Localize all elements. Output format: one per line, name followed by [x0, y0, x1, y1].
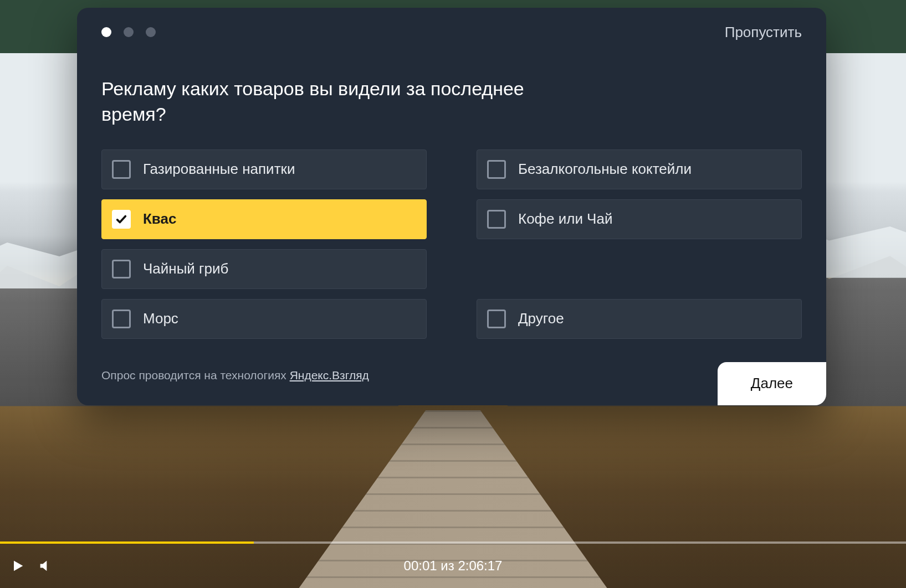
attribution-text: Опрос проводится на технологиях Яндекс.В…: [77, 369, 369, 399]
checkbox-box: [112, 210, 131, 229]
option-label: Квас: [143, 210, 176, 228]
checkbox-box: [487, 310, 506, 328]
checkbox-box: [487, 210, 506, 229]
attribution-prefix: Опрос проводится на технологиях: [101, 369, 290, 381]
option-label: Кофе или Чай: [518, 210, 612, 228]
step-dot[interactable]: [124, 27, 134, 37]
time-separator: из: [441, 558, 454, 573]
option-checkbox[interactable]: Газированные напитки: [101, 149, 427, 189]
checkbox-box: [112, 310, 131, 328]
time-total: 2:06:17: [458, 558, 502, 573]
option-label: Чайный гриб: [143, 260, 228, 277]
checkbox-box: [112, 260, 131, 278]
question-text: Рекламу каких товаров вы видели за после…: [101, 76, 556, 127]
time-display: 00:01 из 2:06:17: [0, 558, 906, 574]
option-label: Безалкогольные коктейли: [518, 161, 692, 178]
step-dots: [101, 27, 156, 37]
option-label: Газированные напитки: [143, 161, 295, 178]
next-button[interactable]: Далее: [718, 362, 826, 405]
option-checkbox[interactable]: Квас: [101, 199, 427, 239]
attribution-brand-link[interactable]: Яндекс.Взгляд: [290, 369, 369, 381]
option-checkbox[interactable]: Безалкогольные коктейли: [477, 149, 802, 189]
step-dot[interactable]: [146, 27, 156, 37]
volume-icon[interactable]: [38, 558, 53, 574]
option-checkbox[interactable]: Чайный гриб: [101, 249, 427, 289]
checkbox-box: [112, 160, 131, 179]
time-current: 00:01: [404, 558, 437, 573]
option-label: Морс: [143, 310, 178, 327]
option-label: Другое: [518, 310, 564, 327]
option-checkbox[interactable]: Кофе или Чай: [477, 199, 802, 239]
skip-button[interactable]: Пропустить: [725, 24, 802, 41]
option-checkbox[interactable]: Морс: [101, 299, 427, 339]
checkbox-box: [487, 160, 506, 179]
options-grid: Газированные напиткиКвасЧайный грибМорс …: [101, 149, 802, 339]
play-icon[interactable]: [10, 558, 25, 574]
player-controls: 00:01 из 2:06:17: [0, 544, 906, 588]
option-checkbox[interactable]: Другое: [477, 299, 802, 339]
step-dot[interactable]: [101, 27, 111, 37]
survey-modal: Пропустить Рекламу каких товаров вы виде…: [77, 8, 826, 405]
